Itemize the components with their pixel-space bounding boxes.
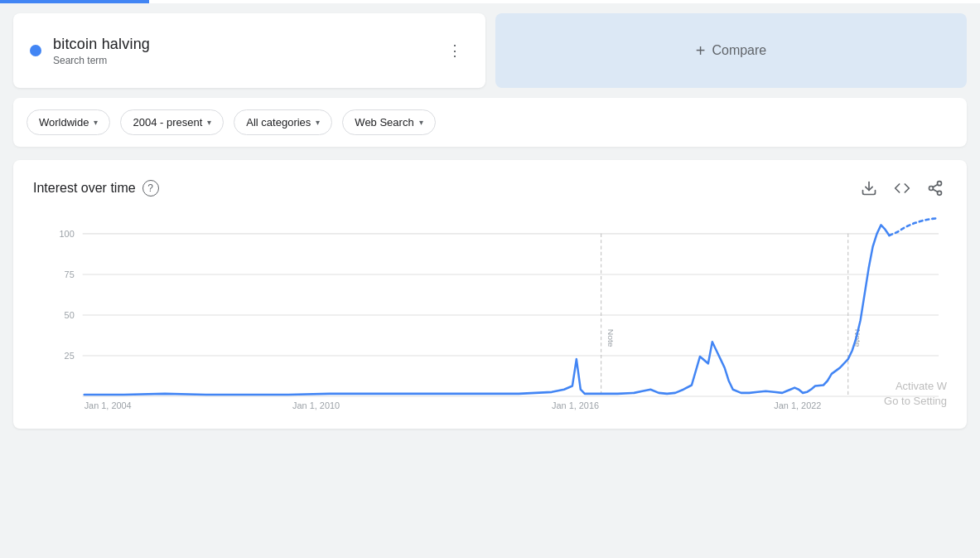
chart-actions [857, 177, 947, 200]
more-options-button[interactable]: ⋮ [441, 38, 469, 63]
compare-card[interactable]: + Compare [495, 13, 967, 88]
compare-plus-icon: + [696, 41, 706, 61]
help-icon-symbol: ? [147, 182, 153, 194]
embed-icon [894, 180, 910, 197]
embed-button[interactable] [891, 177, 914, 200]
svg-text:Jan 1, 2004: Jan 1, 2004 [84, 400, 132, 410]
category-filter-label: All categories [246, 116, 311, 129]
download-button[interactable] [857, 177, 881, 200]
svg-text:75: 75 [65, 269, 75, 279]
location-filter[interactable]: Worldwide ▾ [27, 109, 110, 135]
time-range-chevron-icon: ▾ [207, 118, 211, 127]
location-chevron-icon: ▾ [94, 118, 98, 127]
chart-area: 100 75 50 25 Jan 1, 2004 Jan 1, 2010 Jan… [41, 216, 947, 415]
help-icon[interactable]: ? [142, 180, 159, 197]
search-type-filter[interactable]: Web Search ▾ [342, 109, 435, 135]
svg-text:25: 25 [65, 351, 75, 361]
compare-inner: + Compare [696, 41, 767, 61]
main-content: bitcoin halving Search term ⋮ + Compare … [0, 3, 980, 429]
watermark: Activate W Go to Setting [884, 379, 947, 409]
interest-chart: 100 75 50 25 Jan 1, 2004 Jan 1, 2010 Jan… [41, 216, 947, 415]
svg-text:100: 100 [60, 229, 75, 239]
svg-text:Note: Note [606, 329, 616, 347]
chart-title: Interest over time [33, 181, 136, 196]
time-range-filter-label: 2004 - present [133, 116, 202, 129]
more-options-icon: ⋮ [447, 41, 462, 60]
share-icon [927, 180, 944, 197]
watermark-line2: Go to Setting [884, 394, 947, 409]
search-type-filter-label: Web Search [355, 116, 413, 129]
chart-title-group: Interest over time ? [33, 180, 159, 197]
svg-line-4 [933, 189, 938, 192]
location-filter-label: Worldwide [39, 116, 89, 129]
svg-text:Jan 1, 2016: Jan 1, 2016 [552, 400, 599, 410]
search-term-left: bitcoin halving Search term [30, 36, 150, 66]
download-icon [861, 180, 877, 197]
search-term-label: Search term [53, 55, 150, 66]
search-term-info: bitcoin halving Search term [53, 36, 150, 66]
svg-text:50: 50 [65, 310, 75, 320]
svg-line-5 [933, 184, 938, 187]
share-button[interactable] [924, 177, 947, 200]
time-range-filter[interactable]: 2004 - present ▾ [120, 109, 224, 135]
svg-text:Jan 1, 2022: Jan 1, 2022 [774, 400, 821, 410]
filters-row: Worldwide ▾ 2004 - present ▾ All categor… [13, 98, 967, 147]
search-term-color-dot [30, 45, 41, 56]
chart-header: Interest over time ? [33, 177, 947, 200]
category-filter[interactable]: All categories ▾ [234, 109, 332, 135]
search-compare-row: bitcoin halving Search term ⋮ + Compare [13, 13, 967, 88]
watermark-line1: Activate W [884, 379, 947, 394]
chart-card: Interest over time ? [13, 160, 967, 429]
category-chevron-icon: ▾ [316, 118, 320, 127]
svg-text:Jan 1, 2010: Jan 1, 2010 [292, 400, 340, 410]
compare-label: Compare [712, 43, 766, 58]
search-term-name: bitcoin halving [53, 36, 150, 53]
search-term-card: bitcoin halving Search term ⋮ [13, 13, 485, 88]
search-type-chevron-icon: ▾ [419, 118, 423, 127]
